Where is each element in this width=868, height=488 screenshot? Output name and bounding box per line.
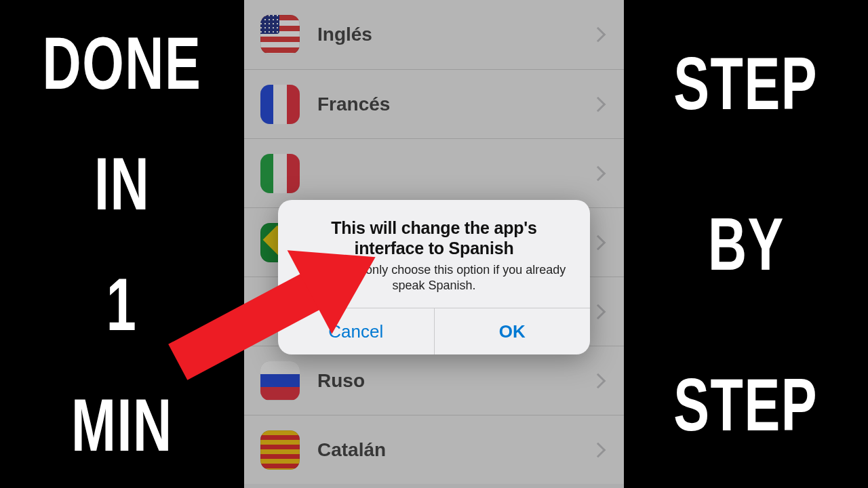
language-row-ingles[interactable]: Inglés [244, 0, 624, 69]
dialog-message: You should only choose this option if yo… [296, 262, 572, 293]
caption-word: IN [94, 146, 150, 221]
caption-word: MIN [71, 388, 173, 462]
caption-word: STEP [674, 367, 818, 442]
language-label: Catalán [317, 439, 593, 461]
language-label: Ruso [317, 370, 593, 392]
france-flag-icon [260, 85, 300, 124]
italy-flag-icon [260, 154, 300, 193]
chevron-right-icon [591, 235, 606, 250]
chevron-right-icon [591, 96, 606, 112]
chevron-right-icon [591, 165, 606, 181]
catalonia-flag-icon [260, 430, 300, 470]
usa-flag-icon [260, 15, 300, 54]
language-row-catalan[interactable]: Catalán [244, 415, 624, 484]
cancel-button[interactable]: Cancel [278, 308, 434, 354]
language-label: Francés [317, 94, 593, 115]
confirmation-dialog: This will change the app's interface to … [278, 200, 590, 354]
left-caption: DONE IN 1 MIN [0, 0, 244, 488]
ok-button[interactable]: OK [434, 308, 591, 354]
chevron-right-icon [591, 373, 606, 388]
language-label: Inglés [317, 24, 593, 45]
chevron-right-icon [591, 304, 606, 319]
chevron-right-icon [591, 442, 606, 458]
russia-flag-icon [260, 361, 300, 401]
language-row-hidden-1[interactable] [244, 138, 624, 207]
dialog-title: This will change the app's interface to … [296, 218, 572, 258]
language-row-ruso[interactable]: Ruso [244, 346, 624, 415]
phone-screen: Inglés Francés Ruso Catalán This will ch… [244, 0, 624, 488]
chevron-right-icon [591, 27, 606, 43]
right-caption: STEP BY STEP [624, 0, 868, 488]
caption-word: STEP [674, 46, 818, 121]
caption-word: BY [708, 207, 785, 281]
language-row-frances[interactable]: Francés [244, 69, 624, 138]
caption-word: DONE [43, 26, 202, 100]
caption-word: 1 [106, 267, 137, 342]
